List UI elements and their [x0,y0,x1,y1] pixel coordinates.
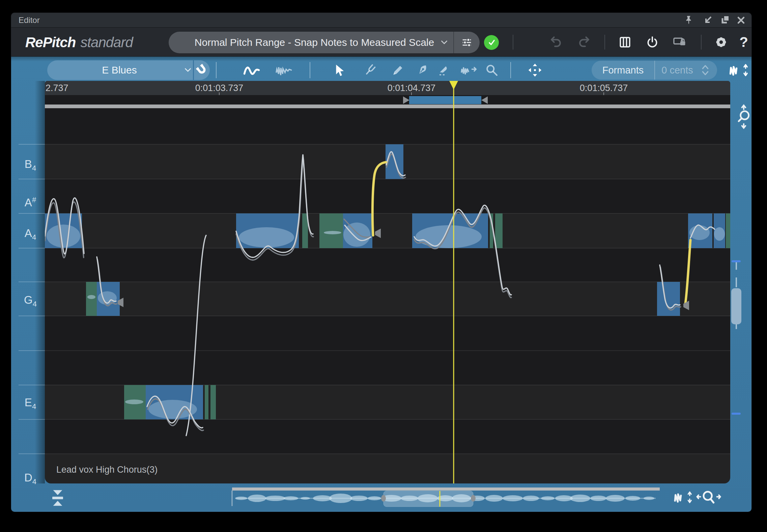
overview-wave-blob [485,495,503,502]
close-icon[interactable] [736,15,746,25]
vzoom-magnifier-icon[interactable] [736,104,751,129]
note-block-a4[interactable] [726,213,730,248]
viewport-left-handle[interactable] [381,495,386,502]
overview-wave-blob [606,495,625,502]
vslider-track [736,277,737,287]
preset-dropdown[interactable]: Normal Pitch Range - Snap Notes to Measu… [169,32,480,53]
brand-name: RePitch [25,34,76,50]
magnifier-icon[interactable] [485,63,499,77]
overview-left-edge [231,491,233,506]
overview-wave-blob [590,496,606,501]
overview-wave-blob [368,496,381,500]
scale-label: E Blues [47,60,183,80]
check-circle-icon[interactable] [484,35,499,50]
preset-label: Normal Pitch Range - Snap Notes to Measu… [169,37,440,48]
brand-edition: standard [80,34,133,50]
loop-start-handle[interactable] [403,96,409,104]
overview-wave-blob [329,494,352,503]
note-block-a4[interactable] [319,213,343,248]
note-block-g4[interactable] [657,282,680,316]
amplitude-envelope [343,223,370,247]
amplitude-envelope [87,295,95,299]
pitch-curve-icon[interactable] [243,63,260,78]
ruler-label: 2.737 [46,83,68,93]
playhead-line[interactable] [453,81,454,483]
header-bar: RePitchstandard Normal Pitch Range - Sna… [11,28,751,57]
overview-wave-blob [283,496,298,500]
gridline [45,248,730,248]
layout-windows-icon[interactable] [719,15,730,25]
overview-viewport[interactable] [384,491,473,507]
columns-icon[interactable] [618,35,632,49]
note-editor-panel[interactable]: 2.7370:01:03.7370:01:04.7370:01:05.737Le… [45,81,730,483]
cursor-icon[interactable] [332,63,345,77]
gridline [45,350,730,351]
move-icon[interactable] [528,63,542,78]
wave-vzoom-icon[interactable] [672,490,692,505]
stepper-diamond-icon[interactable] [700,63,717,77]
scale-dropdown[interactable]: E Blues [47,60,210,80]
formants-label: Formants [592,65,654,76]
piano-label-asharp: A# [20,196,41,209]
waveform-icon[interactable] [275,63,293,78]
piano-strip-line [19,385,45,385]
pencil-icon[interactable] [391,63,405,77]
note-block-a4[interactable] [495,213,503,248]
wave-arrow-icon[interactable] [459,63,478,77]
note-block-e4[interactable] [210,385,216,419]
viewport-right-handle[interactable] [471,495,476,502]
formants-cents-value[interactable]: 0 cents [655,65,700,76]
pen-nib-icon[interactable] [416,63,429,77]
dock-arrow-icon[interactable] [703,15,713,25]
gear-icon[interactable] [714,35,728,49]
wave-vzoom-icon[interactable] [727,62,748,78]
row-band [45,282,730,316]
overview-wave-blob [248,495,266,502]
pin-icon[interactable] [684,15,694,25]
loop-region-bar[interactable] [409,96,481,104]
formants-control[interactable]: Formants 0 cents [592,61,717,80]
redo-button[interactable] [576,35,591,49]
amplitude-envelope [239,227,294,247]
vslider-track [736,262,737,270]
overview-wave-blob [265,496,285,501]
vslider-handle[interactable] [731,288,741,324]
divider [216,62,217,78]
overview-wave-blob [644,497,654,500]
collapse-vertical-icon[interactable] [51,489,65,507]
app-logo: RePitchstandard [25,34,133,51]
note-block-e4[interactable] [205,385,208,419]
ruler-label: 0:01:04.737 [388,83,436,93]
sliders-icon[interactable] [454,36,480,49]
divider [310,62,310,78]
knife-icon[interactable] [438,63,451,77]
window-title: Editor [19,16,40,25]
left-strip-shadow [35,81,45,483]
undo-button[interactable] [549,35,564,49]
horizontal-scrollbar[interactable] [45,105,730,108]
overview-top-bar[interactable] [232,487,660,491]
loop-end-handle[interactable] [481,96,488,104]
overview-timeline[interactable] [229,485,664,512]
overview-wave-blob [541,496,555,500]
piano-label-g4: G4 [20,294,41,308]
chevron-down-icon [183,60,193,80]
vslider-bottom-tick [732,413,741,415]
screen-lock-icon[interactable] [673,35,687,49]
gridline [45,282,730,282]
power-icon[interactable] [646,35,659,49]
track-name-label: Lead vox High Chorus(3) [56,465,158,475]
ruler-label: 0:01:05.737 [580,83,628,93]
tuning-fork-icon[interactable] [363,63,377,77]
piano-strip-line [19,282,45,282]
piano-strip-line [19,419,45,420]
divider [513,35,513,50]
amplitude-envelope [47,225,80,247]
row-band [45,213,730,248]
piano-strip-line [19,316,45,316]
hzoom-icon[interactable] [695,490,724,505]
gridline [45,453,730,454]
titlebar[interactable]: Editor [11,13,751,28]
note-editor-canvas[interactable]: 2.7370:01:03.7370:01:04.7370:01:05.737Le… [45,81,730,483]
help-icon[interactable]: ? [739,34,748,50]
